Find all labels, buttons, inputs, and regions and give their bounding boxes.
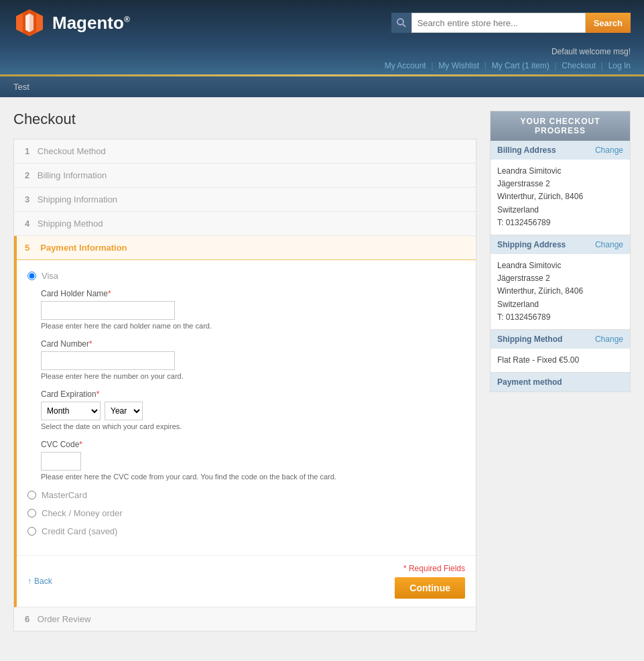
- magento-logo-icon: [13, 7, 46, 39]
- payment-method-section: Payment method: [491, 373, 630, 392]
- shipping-address-section: Shipping Address Change Leandra Simitovi…: [491, 235, 630, 330]
- payment-option-visa[interactable]: Visa: [27, 271, 465, 281]
- nav-checkout[interactable]: Checkout: [562, 61, 596, 70]
- visa-label: Visa: [42, 271, 58, 281]
- required-note: * Required Fields: [403, 564, 465, 573]
- card-holder-input[interactable]: [41, 301, 175, 320]
- main-content: Checkout 1 Checkout Method 2 Billing Inf…: [0, 97, 644, 645]
- nav-my-account[interactable]: My Account: [385, 61, 426, 70]
- cvc-group: CVC Code* Please enter here the CVC code…: [41, 440, 465, 481]
- card-number-input[interactable]: [41, 351, 175, 370]
- card-holder-hint: Please enter here the card holder name o…: [41, 322, 465, 330]
- visa-radio[interactable]: [27, 272, 36, 280]
- saved-label: Credit Card (saved): [42, 526, 117, 536]
- step-1: 1 Checkout Method: [14, 139, 476, 164]
- shipping-address-header: Shipping Address Change: [491, 235, 630, 254]
- card-expiry-group: Card Expiration* Month JanuaryFebruaryMa…: [41, 389, 465, 430]
- shipping-method-content: Flat Rate - Fixed €5.00: [491, 349, 630, 372]
- payment-option-saved[interactable]: Credit Card (saved): [27, 526, 465, 536]
- nav-bar-test[interactable]: Test: [13, 82, 29, 92]
- billing-section: Billing Address Change Leandra Simitovic…: [491, 141, 630, 235]
- card-number-label: Card Number*: [41, 339, 465, 349]
- shipping-change-link[interactable]: Change: [595, 240, 623, 249]
- svg-point-4: [397, 19, 403, 25]
- nav-log-in[interactable]: Log In: [608, 61, 631, 70]
- checkout-right: YOUR CHECKOUT PROGRESS Billing Address C…: [490, 111, 631, 632]
- logo-text: Magento®: [52, 13, 130, 34]
- billing-change-link[interactable]: Change: [595, 145, 623, 155]
- billing-section-header: Billing Address Change: [491, 141, 630, 160]
- svg-line-5: [403, 24, 405, 27]
- nav-my-wishlist[interactable]: My Wishlist: [438, 61, 479, 70]
- step-2: 2 Billing Information: [14, 164, 476, 188]
- shipping-address-content: Leandra Simitovic Jägerstrasse 2 Wintert…: [491, 254, 630, 329]
- cvc-label: CVC Code*: [41, 440, 465, 449]
- card-number-hint: Please enter here the number on your car…: [41, 372, 465, 380]
- check-radio[interactable]: [27, 509, 36, 518]
- card-number-group: Card Number* Please enter here the numbe…: [41, 339, 465, 380]
- card-expiry-label: Card Expiration*: [41, 389, 465, 399]
- progress-box: YOUR CHECKOUT PROGRESS Billing Address C…: [490, 111, 631, 392]
- mastercard-label: MasterCard: [42, 490, 87, 500]
- mastercard-radio[interactable]: [27, 491, 36, 499]
- shipping-method-header: Shipping Method Change: [491, 330, 630, 349]
- form-footer: ↑ Back * Required Fields Continue: [17, 555, 476, 607]
- payment-option-check[interactable]: Check / Money order: [27, 508, 465, 518]
- search-icon-wrap: [391, 13, 411, 33]
- nav-my-cart[interactable]: My Cart (1 item): [492, 61, 550, 70]
- footer-left: ↑ Back: [27, 577, 52, 586]
- logo-area: Magento®: [13, 7, 130, 39]
- back-arrow-icon: ↑: [27, 577, 31, 586]
- cvc-input[interactable]: [41, 452, 81, 471]
- welcome-bar: Default welcome msg!: [0, 46, 644, 59]
- search-icon: [396, 17, 407, 28]
- expiry-select-wrap: Month JanuaryFebruaryMarch AprilMayJune …: [41, 402, 465, 420]
- shipping-method-section: Shipping Method Change Flat Rate - Fixed…: [491, 330, 630, 373]
- payment-option-mastercard[interactable]: MasterCard: [27, 490, 465, 500]
- month-select[interactable]: Month JanuaryFebruaryMarch AprilMayJune …: [41, 402, 101, 420]
- step-5-active: 5 Payment Information Visa: [14, 236, 476, 607]
- search-area: Search: [391, 13, 631, 33]
- header: Magento® Search Default welcome msg! My …: [0, 0, 644, 74]
- card-expiry-hint: Select the date on which your card expir…: [41, 422, 465, 430]
- checkout-left: Checkout 1 Checkout Method 2 Billing Inf…: [13, 111, 476, 632]
- check-label: Check / Money order: [42, 508, 123, 518]
- svg-marker-3: [29, 13, 34, 32]
- continue-button[interactable]: Continue: [395, 577, 465, 599]
- year-select[interactable]: Year 202420252026 2027202820292030: [105, 402, 143, 420]
- header-nav-links: My Account | My Wishlist | My Cart (1 it…: [0, 59, 644, 74]
- header-top: Magento® Search: [0, 0, 644, 46]
- search-input[interactable]: [411, 13, 586, 33]
- step-3: 3 Shipping Information: [14, 188, 476, 212]
- search-button[interactable]: Search: [586, 13, 631, 33]
- nav-bar: Test: [0, 76, 644, 97]
- cvc-hint: Please enter here the CVC code from your…: [41, 473, 465, 481]
- steps-container: 1 Checkout Method 2 Billing Information …: [13, 139, 476, 632]
- shipping-method-change-link[interactable]: Change: [595, 335, 623, 344]
- footer-right: * Required Fields Continue: [395, 564, 465, 599]
- payment-form: Visa Card Holder Name* Please enter here…: [17, 260, 476, 555]
- step-4: 4 Shipping Method: [14, 212, 476, 236]
- progress-title: YOUR CHECKOUT PROGRESS: [491, 111, 630, 141]
- card-holder-label: Card Holder Name*: [41, 289, 465, 298]
- card-holder-group: Card Holder Name* Please enter here the …: [41, 289, 465, 330]
- saved-radio[interactable]: [27, 527, 36, 536]
- step-6: 6 Order Review: [14, 607, 476, 631]
- back-link[interactable]: ↑ Back: [27, 577, 52, 586]
- billing-section-content: Leandra Simitovic Jägerstrasse 2 Wintert…: [491, 160, 630, 235]
- page-title: Checkout: [13, 111, 476, 128]
